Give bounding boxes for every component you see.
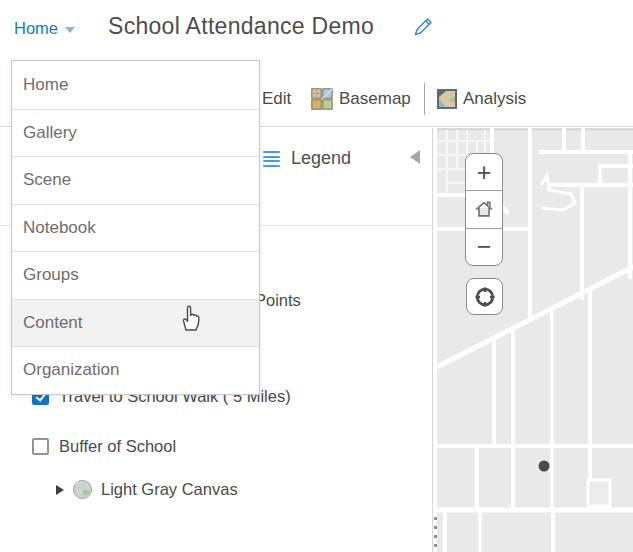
legend-panel-title: Legend (291, 148, 351, 169)
chevron-down-icon (65, 27, 75, 33)
layer-checkbox[interactable] (32, 438, 49, 455)
map-point-marker (539, 461, 550, 472)
layer-row-buffer-of-school: Buffer of School (32, 437, 176, 456)
menu-item-home[interactable]: Home (12, 61, 259, 109)
find-my-location-button[interactable] (466, 278, 503, 315)
menu-item-scene[interactable]: Scene (12, 156, 259, 204)
layer-label: Points (255, 291, 301, 310)
menu-item-content[interactable]: Content (12, 299, 259, 347)
home-extent-icon (473, 198, 495, 220)
zoom-in-button[interactable]: + (466, 154, 502, 190)
layer-row-light-gray-canvas: Light Gray Canvas (56, 479, 238, 500)
home-menu-button[interactable]: Home (14, 19, 75, 38)
toolbar-divider (424, 83, 425, 115)
expand-layer-arrow-icon[interactable] (56, 485, 64, 495)
edit-label: Edit (262, 89, 291, 109)
collapse-panel-arrow-icon[interactable] (410, 150, 420, 164)
menu-item-gallery[interactable]: Gallery (12, 109, 259, 157)
zoom-out-label: − (477, 234, 492, 259)
home-dropdown-menu: Home Gallery Scene Notebook Groups Conte… (11, 60, 260, 395)
page-title: School Attendance Demo (108, 13, 374, 40)
zoom-in-label: + (477, 160, 492, 185)
analysis-map-icon (437, 89, 457, 109)
app-window: Home School Attendance Demo Edit Basemap (0, 0, 633, 552)
basemap-grid-icon (311, 88, 333, 110)
locate-crosshair-icon (473, 285, 497, 309)
menu-item-notebook[interactable]: Notebook (12, 204, 259, 252)
globe-icon (72, 479, 93, 500)
analysis-label: Analysis (463, 89, 526, 109)
show-contents-icon[interactable] (263, 151, 280, 167)
default-extent-button[interactable] (466, 190, 502, 228)
panel-map-divider[interactable] (432, 128, 433, 552)
edit-title-pencil-icon[interactable] (411, 16, 434, 39)
layer-label-points: Points (255, 291, 301, 310)
basemap-button[interactable]: Basemap (311, 71, 411, 126)
zoom-controls: + − (465, 153, 503, 266)
menu-item-organization[interactable]: Organization (12, 346, 259, 394)
analysis-button[interactable]: Analysis (437, 71, 526, 126)
menu-item-groups[interactable]: Groups (12, 251, 259, 299)
zoom-out-button[interactable]: − (466, 229, 502, 265)
hand-cursor-icon (176, 301, 204, 333)
home-menu-label: Home (14, 19, 58, 38)
edit-button[interactable]: Edit (262, 71, 291, 126)
layer-label: Light Gray Canvas (101, 480, 238, 499)
basemap-label: Basemap (339, 89, 411, 109)
layer-label: Buffer of School (59, 437, 176, 456)
